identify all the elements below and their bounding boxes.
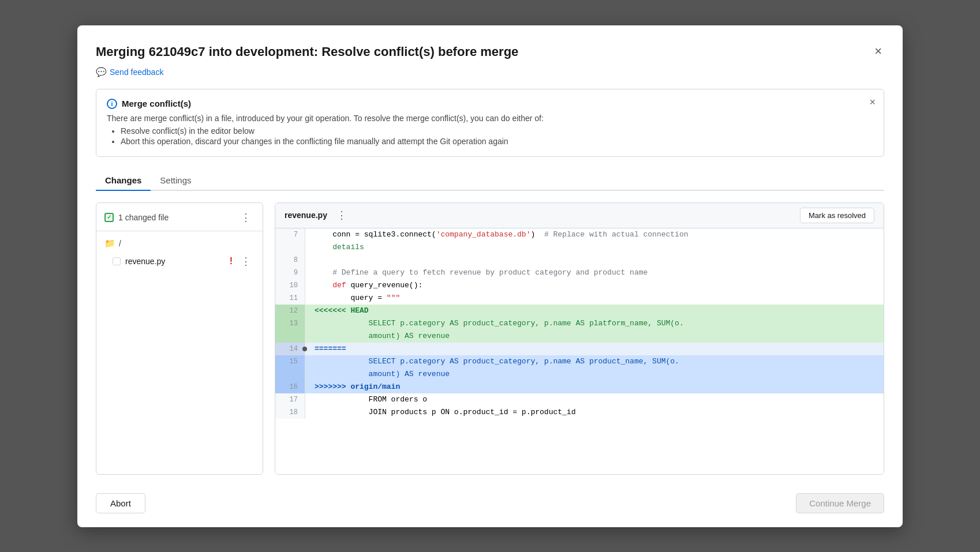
banner-list: Resolve conflict(s) in the editor below … <box>107 126 873 146</box>
line-number: 8 <box>275 254 305 266</box>
info-banner: i Merge conflict(s) There are merge conf… <box>96 89 884 157</box>
feedback-icon: 💬 <box>96 67 107 77</box>
code-line: 10 def query_revenue(): <box>275 279 884 292</box>
editor-menu-button[interactable]: ⋮ <box>333 208 350 223</box>
line-content: amount) AS revenue <box>305 368 884 381</box>
modal: Merging 621049c7 into development: Resol… <box>77 25 903 527</box>
banner-title: Merge conflict(s) <box>122 99 191 108</box>
modal-title: Merging 621049c7 into development: Resol… <box>96 44 518 61</box>
file-name: revenue.py <box>125 257 225 266</box>
line-content: >>>>>>> origin/main <box>305 381 884 393</box>
line-number: 10 <box>275 279 305 292</box>
continue-merge-button[interactable]: Continue Merge <box>796 493 884 513</box>
mark-resolved-button[interactable]: Mark as resolved <box>800 208 874 223</box>
line-content: # Define a query to fetch revenue by pro… <box>305 266 884 279</box>
banner-close-button[interactable]: × <box>869 96 876 108</box>
line-number: 7 <box>275 228 305 241</box>
banner-bullet-2: Abort this operation, discard your chang… <box>121 137 873 146</box>
line-number: 17 <box>275 393 305 406</box>
file-count-label: 1 changed file <box>118 213 169 222</box>
info-icon: i <box>107 99 117 109</box>
line-content: details <box>305 241 884 254</box>
line-content: JOIN products p ON o.product_id = p.prod… <box>305 406 884 419</box>
line-number: 9 <box>275 266 305 279</box>
banner-header: i Merge conflict(s) <box>107 99 873 109</box>
modal-header: Merging 621049c7 into development: Resol… <box>96 44 884 61</box>
line-content: SELECT p.category AS product_category, p… <box>305 355 884 368</box>
line-content: conn = sqlite3.connect('company_database… <box>305 228 884 241</box>
code-line-conflict-incoming: 15 SELECT p.category AS product_category… <box>275 355 884 368</box>
code-line-conflict-head: 13 SELECT p.category AS product_category… <box>275 317 884 330</box>
code-line: 11 query = """ <box>275 292 884 305</box>
folder-icon: 📁 <box>104 238 115 249</box>
editor-header: revenue.py ⋮ Mark as resolved <box>275 203 884 228</box>
code-editor[interactable]: 7 conn = sqlite3.connect('company_databa… <box>275 228 884 474</box>
code-line: 9 # Define a query to fetch revenue by p… <box>275 266 884 279</box>
footer: Abort Continue Merge <box>96 486 884 513</box>
file-panel: 1 changed file ⋮ 📁 / revenue.py ! ⋮ <box>96 202 263 475</box>
line-number: 14 <box>275 343 305 355</box>
line-number: 13 <box>275 317 305 330</box>
file-checkbox[interactable] <box>113 257 121 265</box>
code-line: 18 JOIN products p ON o.product_id = p.p… <box>275 406 884 419</box>
file-menu-button[interactable]: ⋮ <box>237 254 255 269</box>
line-content: FROM orders o <box>305 393 884 406</box>
code-line: 17 FROM orders o <box>275 393 884 406</box>
banner-bullet-1: Resolve conflict(s) in the editor below <box>121 126 873 136</box>
conflict-icon: ! <box>230 256 233 266</box>
tab-changes[interactable]: Changes <box>96 171 151 191</box>
line-content: def query_revenue(): <box>305 279 884 292</box>
banner-description: There are merge conflict(s) in a file, i… <box>107 114 873 123</box>
line-number <box>275 368 305 381</box>
check-icon <box>104 213 114 222</box>
file-row[interactable]: revenue.py ! ⋮ <box>96 251 263 272</box>
code-line-conflict-incoming: 16 >>>>>>> origin/main <box>275 381 884 393</box>
code-line-conflict-head: amount) AS revenue <box>275 330 884 343</box>
editor-panel: revenue.py ⋮ Mark as resolved 7 conn = s… <box>275 202 884 475</box>
main-content: 1 changed file ⋮ 📁 / revenue.py ! ⋮ reve… <box>96 202 884 475</box>
file-panel-menu-button[interactable]: ⋮ <box>237 210 255 225</box>
line-content: SELECT p.category AS product_category, p… <box>305 317 884 330</box>
line-number <box>275 330 305 343</box>
tab-settings[interactable]: Settings <box>151 171 200 191</box>
send-feedback-label: Send feedback <box>110 67 163 77</box>
line-number: 11 <box>275 292 305 305</box>
code-line-conflict-incoming: amount) AS revenue <box>275 368 884 381</box>
file-panel-header: 1 changed file ⋮ <box>96 210 263 231</box>
line-content: <<<<<<< HEAD <box>305 305 884 317</box>
editor-filename: revenue.py <box>285 211 327 220</box>
code-line: details <box>275 241 884 254</box>
line-number: 12 <box>275 305 305 317</box>
tabs: Changes Settings <box>96 171 884 191</box>
code-line: 8 <box>275 254 884 266</box>
close-button[interactable]: × <box>872 42 884 61</box>
folder-name: / <box>119 239 121 248</box>
code-line-conflict-head: 12 <<<<<<< HEAD <box>275 305 884 317</box>
line-number <box>275 241 305 254</box>
code-line-conflict-mid: 14 ======= <box>275 343 884 355</box>
abort-button[interactable]: Abort <box>96 493 145 513</box>
file-count: 1 changed file <box>104 213 169 222</box>
code-line: 7 conn = sqlite3.connect('company_databa… <box>275 228 884 241</box>
line-content: amount) AS revenue <box>305 330 884 343</box>
line-number: 18 <box>275 406 305 419</box>
send-feedback-button[interactable]: 💬 Send feedback <box>96 67 884 77</box>
line-content: query = """ <box>305 292 884 305</box>
line-number: 16 <box>275 381 305 393</box>
line-content <box>305 254 884 266</box>
line-number: 15 <box>275 355 305 368</box>
folder-row: 📁 / <box>96 236 263 251</box>
line-content: ======= <box>305 343 884 355</box>
